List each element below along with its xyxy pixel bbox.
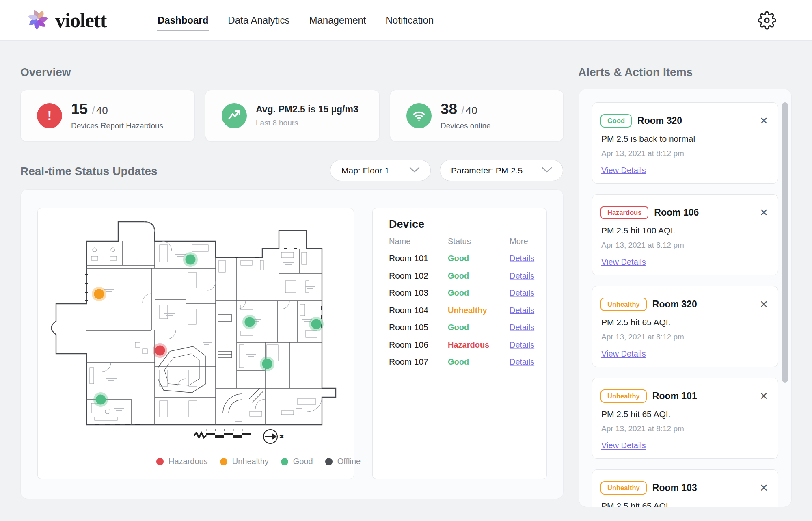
close-icon[interactable]: ✕ — [760, 208, 768, 218]
device-panel: Device Name Status More Room 101 Good De… — [372, 208, 547, 479]
device-dot-good[interactable] — [186, 255, 196, 265]
device-dot-good[interactable] — [311, 319, 322, 329]
room-name: Room 106 — [389, 340, 428, 350]
stat-total: 40 — [96, 104, 108, 117]
device-dot-hazardous[interactable] — [155, 346, 165, 356]
details-link[interactable]: Details — [510, 271, 534, 280]
nav-item-dashboard[interactable]: Dashboard — [158, 0, 208, 41]
details-link[interactable]: Details — [510, 288, 534, 298]
top-header: violett DashboardData AnalyticsManagemen… — [0, 0, 812, 41]
stat-total: 40 — [466, 104, 477, 117]
close-icon[interactable]: ✕ — [760, 483, 768, 493]
view-details-link[interactable]: View Details — [601, 441, 646, 450]
details-link[interactable]: Details — [510, 357, 534, 367]
alert-timestamp: Apr 13, 2021 at 8:12 pm — [601, 241, 767, 250]
device-table: Room 101 Good Details Room 102 Good Deta… — [373, 250, 546, 371]
close-icon[interactable]: ✕ — [760, 391, 768, 401]
nav-item-data-analytics[interactable]: Data Analytics — [228, 0, 289, 41]
room-name: Room 105 — [389, 322, 428, 332]
stat-label: Devices online — [441, 121, 491, 130]
stat-card-devices-online: 38 / 40 Devices online — [390, 90, 564, 141]
room-name: Room 104 — [389, 305, 428, 315]
alert-card-room-320-good: Good Room 320 ✕ PM 2.5 is back to normal… — [592, 102, 778, 184]
floor-plan-map: N — [38, 208, 354, 480]
details-link[interactable]: Details — [510, 305, 534, 315]
legend-dot-icon — [325, 458, 333, 465]
nav-item-notification[interactable]: Notification — [386, 0, 434, 41]
alert-timestamp: Apr 13, 2021 at 8:12 pm — [601, 333, 767, 342]
details-link[interactable]: Details — [510, 254, 534, 263]
furniture — [90, 245, 317, 420]
alert-message: PM 2.5 hit 65 AQI. — [601, 501, 767, 507]
alert-room-title: Room 106 — [654, 207, 699, 218]
alert-timestamp: Apr 13, 2021 at 8:12 pm — [601, 149, 767, 158]
alert-message: PM 2.5 hit 100 AQI. — [601, 226, 767, 236]
view-details-link[interactable]: View Details — [601, 257, 646, 267]
device-status-dots — [92, 252, 324, 407]
stat-card-hazardous: ! 15 / 40 Devices Report Hazardous — [20, 90, 195, 141]
table-row-room-103: Room 103 Good Details — [373, 284, 546, 302]
stat-value: 15 — [71, 101, 88, 118]
alerts-title: Alerts & Action Items — [578, 66, 693, 79]
trend-up-icon — [222, 103, 247, 128]
room-status: Good — [448, 323, 469, 332]
alert-message: PM 2.5 hit 65 AQI. — [601, 318, 767, 327]
legend-dot-icon — [281, 458, 288, 465]
chevron-down-icon — [541, 166, 553, 175]
alerts-scrollbar[interactable] — [782, 102, 788, 383]
alert-room-title: Room 320 — [637, 115, 682, 126]
table-row-room-101: Room 101 Good Details — [373, 250, 546, 267]
device-panel-title: Device — [389, 218, 424, 231]
stat-label: Devices Report Hazardous — [71, 121, 163, 130]
door-arcs — [102, 222, 322, 412]
view-details-link[interactable]: View Details — [601, 166, 646, 175]
status-badge: Unhealthy — [600, 389, 647, 403]
stat-title: Avg. PM2.5 is 15 µg/m3 — [256, 104, 358, 115]
status-badge: Good — [600, 114, 632, 128]
overview-title: Overview — [20, 66, 71, 79]
main-nav: DashboardData AnalyticsManagementNotific… — [158, 0, 434, 41]
room-status: Unhealthy — [448, 305, 487, 315]
alert-room-title: Room 103 — [652, 482, 697, 493]
device-dot-good[interactable] — [262, 359, 272, 369]
nav-item-management[interactable]: Management — [309, 0, 366, 41]
wifi-icon — [406, 103, 432, 128]
alert-room-title: Room 101 — [652, 391, 697, 402]
view-details-link[interactable]: View Details — [601, 349, 646, 359]
stat-card-avg-pm25: Avg. PM2.5 is 15 µg/m3 Last 8 hours — [205, 90, 380, 141]
status-badge: Hazardous — [600, 206, 648, 219]
brand-logo: violett — [26, 0, 106, 41]
alert-room-title: Room 320 — [652, 299, 697, 310]
gear-icon[interactable] — [758, 11, 776, 30]
close-icon[interactable]: ✕ — [760, 299, 768, 309]
room-name: Room 107 — [389, 357, 428, 367]
floor-plan-card: N Hazardous Unhealthy Good Offline — [37, 208, 354, 479]
device-table-header: Name Status More — [373, 237, 546, 248]
map-floor-dropdown[interactable]: Map: Floor 1 — [330, 160, 431, 181]
stat-value: 38 — [441, 101, 457, 118]
device-dot-good[interactable] — [245, 317, 255, 327]
table-row-room-106: Room 106 Hazardous Details — [373, 336, 546, 354]
alert-icon: ! — [37, 103, 62, 128]
details-link[interactable]: Details — [510, 323, 534, 332]
device-dot-unhealthy[interactable] — [94, 289, 104, 299]
legend-item-good: Good — [281, 457, 313, 466]
chevron-down-icon — [408, 166, 421, 175]
alert-message: PM 2.5 is back to normal — [601, 134, 767, 144]
scale-bar — [194, 429, 251, 438]
room-name: Room 101 — [389, 253, 428, 263]
room-status: Good — [448, 288, 469, 298]
wall-hatches — [85, 248, 322, 425]
alerts-list: Good Room 320 ✕ PM 2.5 is back to normal… — [592, 102, 778, 507]
device-dot-good[interactable] — [96, 395, 106, 405]
details-link[interactable]: Details — [510, 340, 534, 349]
table-row-room-104: Room 104 Unhealthy Details — [373, 302, 546, 319]
alert-card-room-320-unhealthy: Unhealthy Room 320 ✕ PM 2.5 hit 65 AQI. … — [592, 286, 778, 367]
alert-card-room-106-hazardous: Hazardous Room 106 ✕ PM 2.5 hit 100 AQI.… — [592, 194, 778, 275]
room-status: Good — [448, 357, 469, 367]
parameter-dropdown[interactable]: Parameter: PM 2.5 — [440, 160, 563, 181]
interior-walls — [86, 241, 322, 425]
alert-card-room-103-unhealthy: Unhealthy Room 103 ✕ PM 2.5 hit 65 AQI. … — [592, 469, 778, 507]
brand-wordmark: violett — [55, 9, 106, 32]
close-icon[interactable]: ✕ — [760, 116, 768, 126]
